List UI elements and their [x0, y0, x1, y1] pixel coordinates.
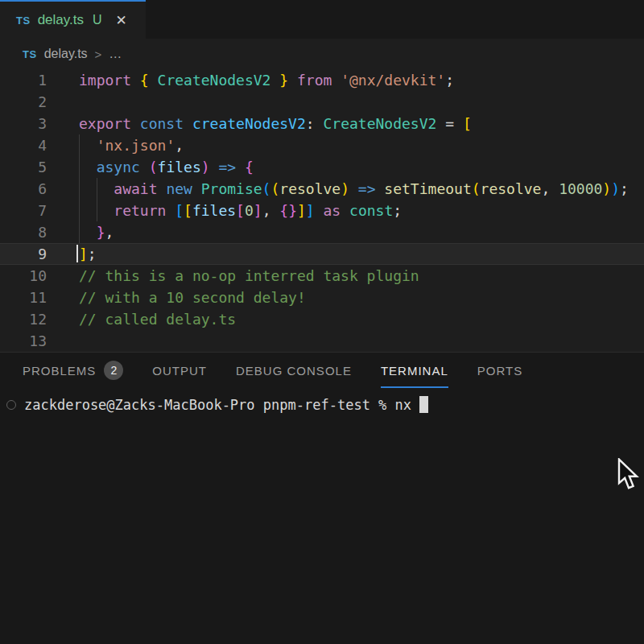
line-number: 11 — [0, 287, 47, 308]
editor[interactable]: 1import { CreateNodesV2 } from '@nx/devk… — [0, 69, 644, 352]
code-line[interactable]: 8 }, — [0, 221, 644, 243]
line-number: 4 — [0, 134, 47, 156]
line-number: 1 — [0, 69, 47, 91]
panel-tab-debug-console[interactable]: DEBUG CONSOLE — [236, 353, 352, 388]
code-token: ( — [472, 180, 481, 197]
code-token: resolve — [481, 180, 542, 197]
terminal-prompt: zackderose@Zacks-MacBook-Pro pnpm-ref-te… — [24, 397, 386, 413]
code-line[interactable]: 3export const createNodesV2: CreateNodes… — [0, 113, 644, 134]
code-token: ; — [393, 202, 402, 219]
code-token: ] — [306, 202, 315, 219]
code-token: setTimeout — [384, 180, 471, 197]
code-token: , — [262, 202, 280, 219]
code-token: ; — [88, 246, 97, 262]
code-line[interactable]: 11// with a 10 second delay! — [0, 287, 644, 308]
panel-tab-problems[interactable]: PROBLEMS2 — [23, 353, 123, 388]
terminal-command: nx — [386, 397, 411, 413]
code-line[interactable]: 5 async (files) => { — [0, 156, 644, 178]
code-line[interactable]: 4 'nx.json', — [0, 134, 644, 156]
code-token: ) — [611, 180, 620, 197]
code-token: , — [541, 180, 559, 197]
code-token: 10000 — [559, 180, 602, 197]
panel-tab-label: OUTPUT — [152, 364, 207, 378]
line-content — [79, 91, 644, 113]
code-token: from — [288, 72, 341, 89]
code-token: const — [349, 202, 393, 219]
code-token — [79, 224, 97, 241]
code-line[interactable]: 10// this is a no-op interred task plugi… — [0, 265, 644, 287]
code-line[interactable]: 6 await new Promise((resolve) => setTime… — [0, 178, 644, 200]
code-token: ) — [602, 180, 611, 197]
code-line[interactable]: 12// called delay.ts — [0, 308, 644, 330]
panel-tab-label: PORTS — [477, 364, 522, 378]
code-token: import — [79, 72, 140, 89]
code-token: ] — [254, 202, 262, 219]
line-number: 9 — [0, 243, 47, 265]
code-lines: 1import { CreateNodesV2 } from '@nx/devk… — [0, 69, 644, 352]
editor-tab-bar: TS delay.ts U ✕ — [0, 0, 644, 39]
code-token: [ — [236, 202, 245, 219]
code-token: ; — [620, 180, 629, 197]
breadcrumb-file[interactable]: delay.ts — [44, 47, 88, 61]
code-token: await — [114, 180, 166, 197]
code-token: files — [192, 202, 236, 219]
code-token: , — [175, 137, 184, 154]
panel-tab-output[interactable]: OUTPUT — [152, 353, 207, 388]
code-line[interactable]: 1import { CreateNodesV2 } from '@nx/devk… — [0, 69, 644, 91]
code-token: {} — [279, 202, 297, 219]
code-token: = — [436, 115, 463, 132]
code-token: [ — [175, 202, 184, 219]
code-line[interactable]: 9]; — [0, 243, 644, 265]
typescript-file-icon: TS — [16, 14, 31, 27]
code-token: createNodesV2 — [192, 115, 306, 132]
breadcrumb-symbol[interactable]: … — [109, 47, 122, 61]
code-line[interactable]: 13 — [0, 330, 644, 352]
code-token: ] — [297, 202, 306, 219]
code-token: ) — [341, 180, 349, 197]
code-token: ( — [149, 159, 158, 175]
indent-guide — [79, 156, 80, 178]
tab-title: delay.ts — [38, 12, 84, 28]
git-status-badge: U — [93, 13, 102, 27]
code-line[interactable]: 7 return [[files[0], {}]] as const; — [0, 200, 644, 221]
line-number: 5 — [0, 156, 47, 178]
code-token: files — [158, 159, 201, 175]
typescript-file-icon: TS — [23, 48, 37, 60]
panel-tab-label: DEBUG CONSOLE — [236, 364, 352, 378]
code-token: ( — [262, 180, 271, 197]
indent-guide — [79, 221, 80, 243]
line-number: 6 — [0, 178, 47, 200]
line-content: import { CreateNodesV2 } from '@nx/devki… — [79, 69, 644, 91]
panel-tab-terminal[interactable]: TERMINAL — [381, 353, 448, 388]
code-token: { — [245, 159, 254, 175]
line-content: ]; — [79, 243, 644, 265]
code-token: '@nx/devkit' — [341, 72, 445, 89]
code-token: Promise — [201, 180, 262, 197]
line-content: 'nx.json', — [79, 134, 644, 156]
code-token: new — [166, 180, 200, 197]
chevron-right-icon: > — [95, 47, 102, 61]
code-token: // this is a no-op interred task plugin — [79, 267, 419, 284]
line-content: export const createNodesV2: CreateNodesV… — [79, 113, 644, 134]
line-number: 3 — [0, 113, 47, 134]
code-line[interactable]: 2 — [0, 91, 644, 113]
code-token: { — [140, 72, 158, 89]
code-token — [79, 159, 97, 175]
code-token: : — [306, 115, 324, 132]
terminal[interactable]: zackderose@Zacks-MacBook-Pro pnpm-ref-te… — [0, 388, 644, 413]
tab-delay-ts[interactable]: TS delay.ts U ✕ — [0, 0, 146, 39]
code-token: resolve — [279, 180, 341, 197]
code-token: // called delay.ts — [79, 311, 236, 328]
panel: PROBLEMS2OUTPUTDEBUG CONSOLETERMINALPORT… — [0, 352, 644, 644]
panel-tab-ports[interactable]: PORTS — [477, 353, 522, 388]
line-number: 13 — [0, 330, 47, 352]
line-content: }, — [79, 221, 644, 243]
code-token: ( — [270, 180, 279, 197]
code-token: } — [97, 224, 105, 241]
line-number: 12 — [0, 308, 47, 330]
line-number: 2 — [0, 91, 47, 113]
code-token: return — [114, 202, 175, 219]
code-token: as — [315, 202, 349, 219]
code-token: CreateNodesV2 — [323, 115, 436, 132]
close-icon[interactable]: ✕ — [116, 12, 127, 29]
